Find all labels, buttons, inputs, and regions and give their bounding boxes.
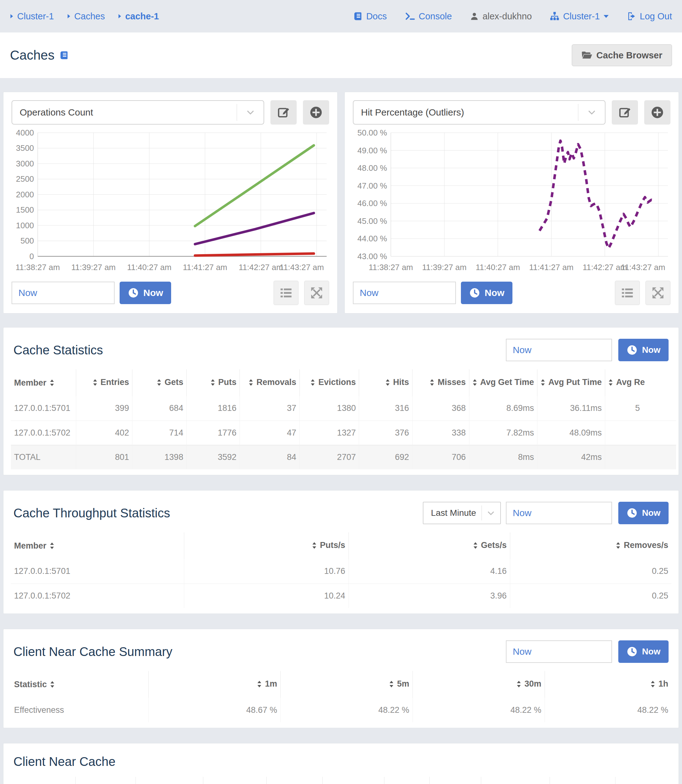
svg-text:47.00 %: 47.00 % — [357, 181, 387, 190]
column-header[interactable]: Entries — [76, 370, 132, 396]
list-view-button[interactable] — [615, 281, 640, 305]
cache-browser-button[interactable]: Cache Browser — [572, 44, 672, 66]
table-header-row: MemberPuts/sGets/sRemoves/s — [11, 532, 671, 559]
column-header[interactable]: Owned — [615, 777, 676, 784]
svg-text:2500: 2500 — [16, 174, 34, 183]
cell: 48.22 % — [413, 698, 545, 722]
column-header[interactable]: Misses — [429, 777, 481, 784]
table-row: 127.0.0.1:570240271417764713273763387.82… — [11, 421, 676, 445]
chart-metric-select[interactable]: Hit Percentage (Outliers) — [353, 100, 606, 124]
column-header[interactable]: Client Versi... — [136, 777, 203, 784]
expand-chart-button[interactable] — [645, 281, 671, 305]
chart-metric-select[interactable]: Operations Count — [11, 100, 264, 124]
now-button-label: Now — [642, 508, 660, 518]
docs-link[interactable]: Docs — [353, 11, 387, 22]
user-menu[interactable]: alex-dukhno — [470, 11, 532, 22]
column-header[interactable]: Expirations — [323, 777, 384, 784]
svg-text:11:43:27 am: 11:43:27 am — [279, 263, 324, 272]
column-header[interactable]: Evictions — [300, 370, 359, 396]
console-link[interactable]: Console — [405, 11, 452, 22]
now-button[interactable]: Now — [618, 502, 669, 524]
plus-circle-icon — [651, 106, 664, 119]
now-button[interactable]: Now — [461, 282, 512, 304]
cell: 1398 — [132, 445, 187, 469]
column-header[interactable]: Member — [11, 370, 76, 396]
now-button[interactable]: Now — [618, 339, 669, 361]
caret-down-icon — [604, 14, 609, 18]
cluster-selector[interactable]: Cluster-1 — [550, 11, 609, 22]
column-header[interactable]: Removals — [240, 370, 300, 396]
time-picker-input[interactable] — [353, 282, 456, 304]
now-button-label: Now — [642, 345, 660, 355]
svg-text:0: 0 — [29, 252, 34, 261]
column-header[interactable]: Hits — [384, 777, 429, 784]
column-header[interactable]: Owned Ent... — [550, 777, 615, 784]
near-cache-summary-table: Statistic1m5m30m1hEffectiveness48.67 %48… — [11, 671, 671, 722]
time-picker-input[interactable] — [11, 282, 115, 304]
cell — [605, 421, 676, 445]
column-header[interactable]: Evictions — [266, 777, 323, 784]
time-picker-input[interactable] — [506, 339, 612, 361]
column-header[interactable]: Gets — [132, 370, 187, 396]
add-chart-button[interactable] — [644, 100, 671, 124]
column-header[interactable]: Avg Put Time — [537, 370, 605, 396]
cell: 42ms — [537, 445, 605, 469]
column-header[interactable]: 30m — [413, 671, 545, 698]
breadcrumb-label: Cluster-1 — [17, 11, 54, 22]
breadcrumb-cache-1[interactable]: cache-1 — [118, 11, 159, 22]
expand-chart-button[interactable] — [304, 281, 329, 305]
top-navbar: Cluster-1 Caches cache-1 Docs Console al… — [0, 0, 682, 32]
breadcrumb-caches[interactable]: Caches — [67, 11, 105, 22]
time-picker-input[interactable] — [506, 502, 612, 524]
cell: 1776 — [186, 421, 239, 445]
column-header[interactable]: Puts — [186, 370, 239, 396]
svg-text:11:42:27 am: 11:42:27 am — [583, 263, 627, 272]
cell: 10.24 — [184, 583, 349, 608]
section-title: Cache Throughput Statistics — [13, 506, 170, 520]
now-button[interactable]: Now — [120, 282, 171, 304]
now-button[interactable]: Now — [618, 641, 669, 663]
column-header[interactable]: Misses — [412, 370, 469, 396]
interval-select[interactable]: Last Minute — [423, 502, 501, 524]
column-header[interactable]: Statistic — [11, 671, 148, 698]
cell: 127.0.0.1:5702 — [11, 421, 76, 445]
column-header[interactable]: Puts/s — [184, 532, 349, 559]
column-header[interactable]: Avg Get Time — [469, 370, 537, 396]
edit-icon — [277, 106, 290, 119]
list-icon — [279, 286, 293, 300]
cell: 47 — [240, 421, 300, 445]
operations-count-chart: 0500100015002000250030003500400011:38:27… — [11, 129, 329, 276]
cell: 127.0.0.1:5701 — [11, 559, 184, 583]
column-header[interactable]: Avg Re — [605, 370, 676, 396]
caret-right-icon — [67, 14, 70, 19]
list-view-button[interactable] — [274, 281, 298, 305]
edit-icon — [618, 106, 631, 119]
selected-metric-label: Hit Percentage (Outliers) — [354, 107, 578, 118]
column-header[interactable]: Gets/s — [349, 532, 510, 559]
breadcrumb-cluster[interactable]: Cluster-1 — [10, 11, 54, 22]
column-header[interactable]: Client Name — [11, 777, 75, 784]
breadcrumb: Cluster-1 Caches cache-1 — [10, 11, 159, 22]
svg-text:11:41:27 am: 11:41:27 am — [183, 263, 227, 272]
cell: 1327 — [300, 421, 359, 445]
column-header[interactable]: 1h — [545, 671, 671, 698]
time-picker-input[interactable] — [506, 641, 612, 663]
edit-chart-button[interactable] — [271, 100, 296, 124]
table-total-row: TOTAL801139835928427076927068ms42ms — [11, 445, 676, 469]
column-header[interactable]: Member — [11, 532, 184, 559]
edit-chart-button[interactable] — [612, 100, 638, 124]
column-header[interactable]: Removes/s — [510, 532, 671, 559]
column-header[interactable]: Hits — [359, 370, 412, 396]
add-chart-button[interactable] — [303, 100, 329, 124]
column-header[interactable]: 1m — [148, 671, 280, 698]
column-header[interactable]: Effectiveness — [481, 777, 550, 784]
column-header[interactable]: Client UUID — [203, 777, 267, 784]
cluster-label: Cluster-1 — [563, 11, 600, 22]
column-header[interactable]: 5m — [280, 671, 413, 698]
cell: 3.96 — [349, 583, 510, 608]
now-button-label: Now — [484, 288, 504, 298]
cell: 0.25 — [510, 583, 671, 608]
cell: 127.0.0.1:5702 — [11, 583, 184, 608]
column-header[interactable]: Client Type — [75, 777, 135, 784]
logout-link[interactable]: Log Out — [627, 11, 672, 22]
